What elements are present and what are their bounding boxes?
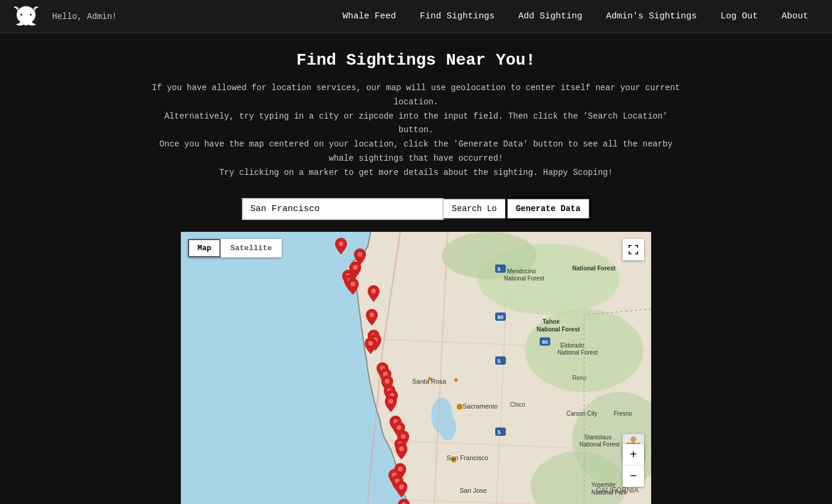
nav-links: Whale Feed Find Sightings Add Sighting A…	[331, 0, 820, 33]
svg-text:National Forest: National Forest	[572, 265, 616, 272]
map-svg: Sacramento Santa Rosa San Francisco San …	[181, 232, 651, 504]
svg-point-65	[368, 341, 373, 346]
svg-point-55	[339, 241, 343, 246]
svg-point-80	[399, 484, 404, 489]
svg-point-15	[454, 378, 458, 382]
map-marker[interactable]	[366, 309, 378, 326]
svg-text:Sacramento: Sacramento	[463, 403, 498, 410]
svg-text:Santa Rosa: Santa Rosa	[412, 378, 447, 385]
nav-admin-sightings[interactable]: Admin's Sightings	[594, 0, 709, 33]
whale-icon	[12, 2, 40, 31]
svg-text:Stanislaus: Stanislaus	[584, 434, 611, 441]
svg-text:San Jose: San Jose	[460, 487, 487, 494]
svg-point-57	[353, 265, 358, 270]
svg-text:5: 5	[498, 429, 501, 435]
zoom-out-button[interactable]: −	[623, 465, 644, 487]
logo-area: Hello, Admin!	[12, 2, 117, 31]
map-display[interactable]: Sacramento Santa Rosa San Francisco San …	[181, 232, 651, 504]
nav-greeting: Hello, Admin!	[52, 12, 117, 21]
desc-line-3: Once you have the map centered on your l…	[149, 138, 683, 166]
svg-point-76	[399, 446, 404, 451]
nav-log-out[interactable]: Log Out	[709, 0, 770, 33]
svg-text:Eldorado: Eldorado	[560, 342, 584, 349]
svg-text:National Forest: National Forest	[537, 326, 580, 333]
svg-text:CALIFORNIA: CALIFORNIA	[596, 486, 639, 495]
svg-point-56	[358, 252, 362, 257]
zoom-in-button[interactable]: +	[623, 444, 644, 465]
svg-point-14	[457, 404, 463, 410]
nav-find-sightings[interactable]: Find Sightings	[408, 0, 506, 33]
svg-text:National Forest: National Forest	[504, 275, 544, 282]
navbar: Hello, Admin! Whale Feed Find Sightings …	[0, 0, 832, 33]
svg-text:80: 80	[498, 314, 503, 320]
generate-data-button[interactable]: Generate Data	[506, 198, 590, 219]
fullscreen-icon	[628, 244, 639, 255]
svg-text:80: 80	[542, 339, 548, 345]
map-marker[interactable]	[335, 238, 347, 254]
main-content: Find Sightings Near You! If you have all…	[0, 33, 832, 504]
map-type-map-button[interactable]: Map	[188, 239, 221, 257]
page-description: If you have allowed for location service…	[149, 81, 683, 180]
map-wrapper: Map Satellite + −	[181, 232, 651, 504]
map-zoom-controls: + −	[623, 444, 644, 487]
map-marker[interactable]	[385, 395, 397, 412]
map-type-controls: Map Satellite	[188, 239, 282, 257]
desc-line-1: If you have allowed for location service…	[149, 81, 683, 110]
svg-text:Carson City: Carson City	[566, 410, 597, 417]
search-input[interactable]	[242, 198, 444, 220]
map-fullscreen-button[interactable]	[623, 239, 644, 260]
svg-text:5: 5	[498, 358, 501, 364]
svg-point-73	[397, 425, 401, 430]
svg-text:Fresno: Fresno	[614, 410, 633, 417]
map-marker[interactable]	[396, 443, 407, 460]
map-type-satellite-button[interactable]: Satellite	[221, 239, 281, 257]
desc-line-4: Try clicking on a marker to get more det…	[149, 166, 683, 180]
desc-line-2: Alternatively, try typing in a city or z…	[149, 110, 683, 138]
map-marker[interactable]	[347, 278, 359, 295]
svg-text:Tahoe: Tahoe	[543, 318, 560, 325]
map-marker[interactable]	[396, 481, 407, 497]
map-marker[interactable]	[365, 337, 377, 354]
svg-text:National Forest: National Forest	[557, 349, 598, 356]
svg-point-60	[350, 282, 355, 286]
page-title: Find Sightings Near You!	[12, 51, 820, 69]
nav-about[interactable]: About	[770, 0, 820, 33]
nav-whale-feed[interactable]: Whale Feed	[331, 0, 408, 33]
nav-add-sighting[interactable]: Add Sighting	[506, 0, 594, 33]
svg-point-8	[439, 414, 456, 441]
svg-point-71	[388, 399, 393, 404]
svg-text:San Francisco: San Francisco	[447, 454, 488, 461]
search-location-button[interactable]: Search Lo	[444, 198, 506, 219]
svg-point-68	[385, 379, 390, 384]
svg-text:National Forest: National Forest	[579, 441, 620, 448]
svg-point-62	[369, 312, 374, 317]
map-marker[interactable]	[398, 499, 410, 504]
map-marker[interactable]	[368, 285, 380, 302]
svg-text:5: 5	[498, 266, 501, 272]
svg-text:Mendocino: Mendocino	[507, 268, 536, 275]
search-bar: Search Lo Generate Data	[12, 198, 820, 220]
svg-point-0	[630, 436, 636, 442]
svg-point-61	[371, 289, 376, 294]
svg-text:Chico: Chico	[510, 401, 525, 408]
